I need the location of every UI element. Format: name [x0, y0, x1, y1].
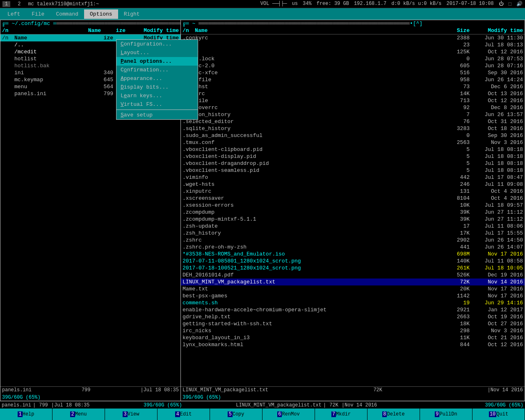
list-item[interactable]: .zcompdump-mintxf-5.1.139KJun 27 11:12 [181, 216, 525, 223]
list-item[interactable]: .vboxclient-seamless.pid5Jul 18 08:18 [181, 167, 525, 174]
list-item[interactable]: .tmux.conf2563Nov 3 2016 [181, 139, 525, 146]
fkey-2-menu[interactable]: 2Menu [52, 409, 105, 420]
right-panel-cols: /n Name Size Modify time [181, 27, 525, 34]
list-item[interactable]: .vboxclient-clipboard.pid5Jul 18 08:18 [181, 146, 525, 153]
list-item[interactable]: .zcompdump39KJun 27 11:12 [181, 209, 525, 216]
list-item[interactable]: .xsession-errors10KJul 18 09:57 [181, 202, 525, 209]
lang-info: us [292, 1, 298, 7]
list-item[interactable]: .zshrc2902Jun 26 14:50 [181, 237, 525, 244]
list-item[interactable]: .conkyrc2388Jun 30 11:30 [181, 34, 525, 41]
menu-appearance[interactable]: Appearance... [116, 74, 198, 83]
menu-configuration[interactable]: Configuration... [116, 40, 198, 48]
list-item[interactable]: getting-started-with-ssh.txt18KOct 27 20… [181, 320, 525, 327]
bottom-left-size: 799 [39, 402, 48, 408]
list-item[interactable]: .zsh_history17KJul 17 15:55 [181, 230, 525, 237]
list-item[interactable]: .profile713Oct 12 2016 [181, 97, 525, 104]
menu-options[interactable]: Options [84, 9, 118, 19]
list-item[interactable]: .sqlite_history3283Oct 18 2016 [181, 125, 525, 132]
list-item[interactable]: 2017-07-11-085801_1280x1024_scrot.png140… [181, 258, 525, 265]
list-item[interactable]: .viminfo442Jul 17 08:47 [181, 174, 525, 181]
list-item[interactable]: .face125KOct 12 2016 [181, 48, 525, 55]
list-item[interactable]: gdrive_help.txt2663Oct 19 2016 [181, 313, 525, 320]
list-item[interactable]: 2017-07-18-100521_1280x1024_scrot.png261… [181, 265, 525, 272]
fkey-3-view[interactable]: 3View [105, 409, 158, 420]
status-info: VOL ──┤├─ us 34% free: 39 GB 192.168.1.7… [260, 1, 523, 7]
left-panel-border-top: ╔═ ~/.config/mc ════════════════════════… [0, 20, 180, 27]
bottom-right-size: 72K [329, 402, 338, 408]
menu-right[interactable]: Right [118, 9, 146, 19]
fkey-10-quit[interactable]: 10Quit [472, 409, 525, 420]
monitor-icon[interactable]: ⬚ [509, 1, 511, 7]
list-item[interactable]: .gksu.lock0Jun 28 07:53 [181, 55, 525, 62]
list-item[interactable]: *#3538-NES-ROMS_and_Emulator.iso698MNov … [181, 251, 525, 258]
left-panel-status: panels.ini 799 |Jul 18 08:35 [0, 386, 180, 393]
list-item[interactable]: .gtkrc-2.0605Jun 28 07:16 [181, 62, 525, 69]
list-item[interactable]: lynx_bookmarks.html844Oct 12 2016 [181, 341, 525, 348]
speaker-icon[interactable]: 🔊 [516, 1, 523, 7]
list-item[interactable]: .python_history7Jun 26 13:57 [181, 111, 525, 118]
list-item[interactable]: .gtkrc-xfce516Sep 30 2016 [181, 69, 525, 76]
list-item[interactable]: .dmrc23Jul 18 08:13 [181, 41, 525, 48]
list-item[interactable]: .pushoverrc92Dec 8 2016 [181, 104, 525, 111]
workspace-1[interactable]: 1 [2, 1, 10, 7]
fkey-6-renmov[interactable]: 6RenMov [262, 409, 315, 420]
list-item[interactable]: .xscreensaver8104Oct 4 2016 [181, 195, 525, 202]
fkey-1-help[interactable]: 1Help [0, 409, 52, 420]
power-icon[interactable]: ⏻ [499, 1, 504, 7]
funckey-bar: 1Help 2Menu 3View 4Edit 5Copy 6RenMov 7M… [0, 409, 525, 420]
list-item[interactable]: .zshrc.pre-oh-my-zsh441Jun 26 14:07 [181, 244, 525, 251]
list-item[interactable]: .vboxclient-draganddrop.pid5Jul 18 08:18 [181, 160, 525, 167]
list-item[interactable]: .vboxclient-display.pid5Jul 18 08:18 [181, 153, 525, 160]
menu-divider [116, 110, 198, 110]
menu-file[interactable]: File [26, 9, 50, 19]
right-panel: ╔═ ~ ═══════════════════════════════════… [180, 20, 525, 401]
bottom-left-disk: 39G/60G (65%) [89, 402, 236, 408]
list-item[interactable]: best-psx-games1142Nov 17 2016 [181, 292, 525, 299]
menu-confirmation[interactable]: Confirmation... [116, 66, 198, 74]
list-item[interactable]: keyboard_layout_in_i311KOct 21 2016 [181, 334, 525, 341]
bottom-status: panels.ini | 799 |Jul 18 08:35 39G/60G (… [0, 401, 525, 409]
list-item[interactable]: .sudo_as_admin_successful0Sep 30 2016 [181, 132, 525, 139]
list-item[interactable]: enable-hardware-accele~chromium-opera-sl… [181, 306, 525, 313]
list-item[interactable]: .histfile958Jun 26 14:24 [181, 76, 525, 83]
list-item[interactable]: .xinputrc131Oct 4 2016 [181, 188, 525, 195]
list-item[interactable]: .wget-hsts246Jul 11 09:08 [181, 181, 525, 188]
list-item[interactable]: irc_nicks298Nov 3 2016 [181, 327, 525, 334]
fkey-4-edit[interactable]: 4Edit [158, 409, 210, 420]
ip-address: 192.168.1.7 [354, 1, 386, 7]
options-menu: Configuration... Layout... Panel options… [116, 39, 198, 120]
left-selected-size: 799 [82, 387, 91, 393]
cpu-percent: 34% [303, 1, 312, 7]
list-item[interactable]: .lynxrc14KOct 13 2016 [181, 90, 525, 97]
left-col-date: Modify time [126, 27, 179, 34]
fkey-8-delete[interactable]: 8Delete [368, 409, 420, 420]
list-item[interactable]: .selected_editor76Oct 31 2016 [181, 118, 525, 125]
list-item[interactable]: .zsh-update17Jul 11 08:06 [181, 223, 525, 230]
menu-left[interactable]: Left [2, 9, 26, 19]
list-item[interactable]: Mame.txt20KNov 17 2016 [181, 285, 525, 292]
right-panel-border-top: ╔═ ~ ═══════════════════════════════════… [181, 20, 525, 27]
menu-save-setup[interactable]: Save setup [116, 111, 198, 119]
menu-layout[interactable]: Layout... [116, 48, 198, 57]
workspace-2[interactable]: 2 [15, 1, 23, 7]
fkey-5-copy[interactable]: 5Copy [210, 409, 262, 420]
list-item[interactable]: DEH_20161014.pdf526KDec 19 2016 [181, 272, 525, 278]
menu-panel-options[interactable]: Panel options... [116, 57, 198, 66]
bottom-left-file: panels.ini [2, 402, 31, 408]
left-selected-date: |Jul 18 08:35 [140, 387, 179, 393]
fkey-9-pulldn[interactable]: 9PullDn [420, 409, 472, 420]
right-panel-body: .conkyrc2388Jun 30 11:30.dmrc23Jul 18 08… [181, 34, 525, 401]
list-item[interactable]: comments.sh19Jun 29 14:16 [181, 299, 525, 306]
free-space: free: 39 GB [317, 1, 349, 7]
menu-virtual-fs[interactable]: Virtual FS... [116, 100, 198, 109]
fkey-7-mkdir[interactable]: 7Mkdir [315, 409, 368, 420]
menu-display-bits[interactable]: Display bits... [116, 83, 198, 91]
bottom-right-date: |Nov 14 2016 [342, 402, 377, 408]
left-col-name: /n [2, 27, 52, 34]
workspace-info: 1 2 mc talexk7110@mintxfj1:~ [2, 1, 99, 7]
list-item[interactable]: .lesshst73Dec 6 2016 [181, 83, 525, 90]
menu-learn-keys[interactable]: Learn keys... [116, 91, 198, 100]
right-disk-info: 39G/60G (65%) [181, 394, 525, 401]
menu-command[interactable]: Command [50, 9, 84, 19]
list-item[interactable]: LINUX_MINT_VM_packagelist.txt72KNov 14 2… [181, 278, 525, 285]
